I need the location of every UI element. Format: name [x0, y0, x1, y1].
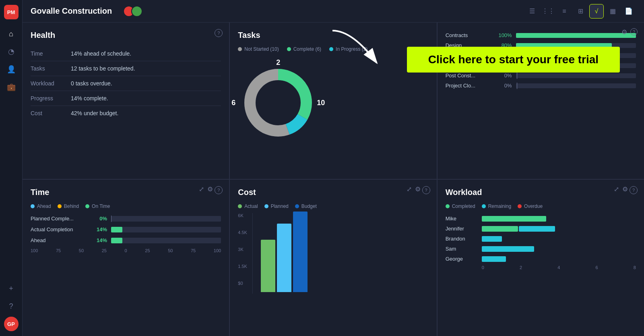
time-axis-label: 100 [214, 248, 221, 253]
workload-bars [482, 216, 636, 222]
time-axis-label: 25 [102, 248, 107, 253]
health-panel: Health ? Time14% ahead of schedule.Tasks… [23, 23, 229, 179]
topbar-avatars [123, 6, 142, 17]
time-legend-dot [58, 204, 62, 208]
cost-legend-label: Budget [301, 203, 317, 209]
file-view-button[interactable]: 📄 [621, 4, 636, 19]
cost-legend-dot [238, 204, 242, 208]
health-row-label: Workload [31, 80, 71, 87]
y-label-6k: 6K [238, 213, 247, 218]
app-logo[interactable]: PM [4, 5, 19, 19]
legend-dot [287, 47, 291, 51]
cost-help[interactable]: ? [422, 186, 430, 194]
remaining-bar [482, 246, 534, 252]
actual-bar [261, 240, 275, 292]
workload-row: Brandon [446, 236, 636, 242]
planned-bar [277, 224, 291, 292]
project-title: Govalle Construction [31, 6, 112, 16]
sidebar-item-people[interactable]: 👤 [4, 62, 19, 77]
bar-group [261, 212, 308, 292]
health-row-label: Tasks [31, 65, 71, 72]
workload-legend-label: Remaining [488, 203, 511, 209]
time-bar-bg [111, 227, 221, 232]
calendar-view-button[interactable]: ▦ [605, 4, 620, 19]
health-row-label: Cost [31, 110, 71, 116]
time-axis: 1007550250255075100 [31, 248, 221, 253]
time-axis-label: 50 [168, 248, 173, 253]
topbar-view-icons: ☰ ⋮⋮ ≡ ⊞ √ ▦ 📄 [525, 4, 636, 19]
y-label-0: $0 [238, 281, 247, 286]
time-legend-dot [31, 204, 35, 208]
health-row-value: 14% complete. [71, 95, 108, 102]
time-row-label: Planned Comple... [31, 216, 87, 222]
workload-bars [482, 226, 636, 232]
completed-bar [482, 226, 518, 232]
donut-label-right: 10 [317, 99, 325, 107]
time-row-label: Actual Completion [31, 226, 87, 232]
health-row: Progress14% complete. [31, 91, 221, 106]
workload-legend: CompletedRemainingOverdue [446, 203, 636, 209]
workload-legend-label: Overdue [524, 203, 543, 209]
time-legend-dot [85, 204, 89, 208]
expand-icon[interactable]: ⤢ [199, 185, 204, 193]
workload-x-label: 4 [557, 265, 560, 270]
time-row: Ahead 14% [31, 237, 221, 243]
time-legend-item: Behind [58, 203, 79, 209]
cost-legend-label: Actual [244, 203, 258, 209]
expand-icon[interactable]: ⤢ [407, 185, 412, 193]
cost-title: Cost [238, 188, 428, 197]
chart-view-button[interactable]: √ [589, 4, 604, 19]
expand-icon[interactable]: ⤢ [614, 185, 619, 193]
list-view-button[interactable]: ☰ [525, 4, 539, 19]
sidebar-item-clock[interactable]: ◔ [4, 44, 19, 59]
filter-button[interactable]: ≡ [557, 4, 572, 19]
user-avatar[interactable]: GP [4, 317, 19, 331]
workload-legend-dot [482, 204, 486, 208]
time-row-pct: 14% [91, 226, 107, 232]
settings-icon[interactable]: ⚙ [622, 185, 628, 193]
settings-icon[interactable]: ⚙ [415, 185, 421, 193]
time-title: Time [31, 188, 221, 197]
columns-view-button[interactable]: ⋮⋮ [541, 4, 555, 19]
completed-bar [482, 216, 546, 222]
workload-row: George [446, 256, 636, 262]
workload-bars [482, 256, 636, 262]
sidebar-add[interactable]: + [4, 281, 19, 296]
workload-help[interactable]: ? [630, 186, 638, 194]
sidebar-item-briefcase[interactable]: 💼 [4, 80, 19, 94]
remaining-bar [482, 236, 502, 242]
settings-icon[interactable]: ⚙ [207, 185, 213, 193]
y-label-15k: 1.5K [238, 264, 247, 269]
free-trial-banner[interactable]: Click here to start your free trial [407, 47, 620, 73]
workload-person-name: Brandon [446, 236, 478, 242]
table-view-button[interactable]: ⊞ [573, 4, 588, 19]
donut-label-left: 6 [231, 99, 235, 107]
legend-item: Complete (6) [287, 46, 321, 52]
task-bar-bg [516, 73, 636, 78]
sidebar-help[interactable]: ? [4, 299, 19, 313]
cost-legend-label: Planned [271, 203, 289, 209]
time-row: Planned Comple... 0% [31, 216, 221, 222]
health-row: Workload0 tasks overdue. [31, 76, 221, 91]
settings-icon[interactable]: ⚙ [621, 28, 627, 36]
topbar: Govalle Construction ☰ ⋮⋮ ≡ ⊞ √ ▦ 📄 [23, 0, 644, 23]
main-content: Govalle Construction ☰ ⋮⋮ ≡ ⊞ √ ▦ 📄 Clic… [23, 0, 644, 336]
workload-legend-item: Overdue [518, 203, 543, 209]
time-row-pct: 14% [91, 237, 107, 243]
sidebar-item-home[interactable]: ⌂ [4, 27, 19, 41]
help-icon[interactable]: ? [630, 28, 638, 35]
avatar-2[interactable] [131, 6, 142, 17]
workload-panel: Workload ⤢ ⚙ ? CompletedRemainingOverdue… [438, 180, 644, 336]
time-help[interactable]: ? [215, 186, 223, 194]
cost-legend-item: Actual [238, 203, 258, 209]
remaining-bar [482, 256, 506, 262]
health-help-button[interactable]: ? [215, 29, 223, 37]
time-legend: AheadBehindOn Time [31, 203, 221, 209]
health-row: Tasks12 tasks to be completed. [31, 61, 221, 76]
health-title: Health [31, 31, 221, 40]
cost-panel-icons: ⤢ ⚙ [407, 185, 421, 193]
legend-label: Not Started (10) [244, 46, 279, 52]
health-row-value: 12 tasks to be completed. [71, 65, 135, 72]
free-trial-text: Click here to start your free trial [428, 53, 599, 66]
task-progress-row: Contracts 100% [446, 32, 636, 38]
